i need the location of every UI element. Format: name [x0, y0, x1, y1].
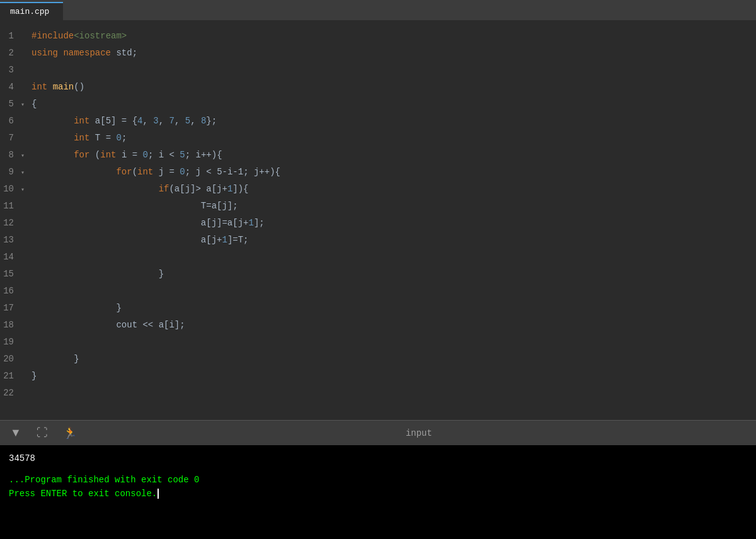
line-number-17: 17 — [0, 300, 29, 317]
code-line-6[interactable]: int a[5] = {4, 3, 7, 5, 8}; — [32, 113, 756, 130]
input-label: input — [89, 428, 748, 438]
line-number-7: 7 — [0, 130, 29, 147]
code-line-5[interactable]: { — [32, 96, 756, 113]
output-area: 34578 ...Program finished with exit code… — [0, 445, 756, 539]
code-line-9[interactable]: for(int j = 0; j < 5-i-1; j++){ — [32, 164, 756, 181]
line-number-13: 13 — [0, 232, 29, 249]
code-line-7[interactable]: int T = 0; — [32, 130, 756, 147]
line-number-22: 22 — [0, 385, 29, 402]
line-number-5: 5▾ — [0, 96, 29, 113]
code-line-19[interactable] — [32, 334, 756, 351]
line-number-20: 20 — [0, 351, 29, 368]
line-number-11: 11 — [0, 198, 29, 215]
output-finish-msg: ...Program finished with exit code 0 — [9, 473, 747, 487]
line-number-21: 21 — [0, 368, 29, 385]
code-line-8[interactable]: for (int i = 0; i < 5; i++){ — [32, 147, 756, 164]
code-line-14[interactable] — [32, 249, 756, 266]
line-number-14: 14 — [0, 249, 29, 266]
line-number-8: 8▾ — [0, 147, 29, 164]
tab-bar: main.cpp — [0, 0, 756, 20]
code-line-17[interactable]: } — [32, 300, 756, 317]
output-exit-msg: Press ENTER to exit console. — [9, 487, 747, 501]
code-line-18[interactable]: cout << a[i]; — [32, 317, 756, 334]
code-line-3[interactable] — [32, 62, 756, 79]
code-line-10[interactable]: if(a[j]> a[j+1]){ — [32, 181, 756, 198]
line-number-19: 19 — [0, 334, 29, 351]
run-button[interactable]: 🏃 — [60, 424, 79, 443]
code-lines-col: #include<iostream>using namespace std;in… — [29, 20, 756, 420]
editor-area: 12345▾678▾9▾10▾111213141516171819202122 … — [0, 20, 756, 420]
code-line-15[interactable]: } — [32, 266, 756, 283]
code-line-21[interactable]: } — [32, 368, 756, 385]
expand-button[interactable]: ⛶ — [34, 424, 50, 442]
line-number-16: 16 — [0, 283, 29, 300]
line-number-12: 12 — [0, 215, 29, 232]
code-line-20[interactable]: } — [32, 351, 756, 368]
code-line-1[interactable]: #include<iostream> — [32, 28, 756, 45]
line-number-3: 3 — [0, 62, 29, 79]
tab-main-cpp[interactable]: main.cpp — [0, 2, 63, 20]
code-line-12[interactable]: a[j]=a[j+1]; — [32, 215, 756, 232]
code-block: 12345▾678▾9▾10▾111213141516171819202122 … — [0, 20, 756, 420]
line-number-6: 6 — [0, 113, 29, 130]
code-line-13[interactable]: a[j+1]=T; — [32, 232, 756, 249]
line-number-9: 9▾ — [0, 164, 29, 181]
code-line-2[interactable]: using namespace std; — [32, 45, 756, 62]
output-result: 34578 — [9, 451, 747, 465]
line-number-1: 1 — [0, 28, 29, 45]
line-number-10: 10▾ — [0, 181, 29, 198]
line-number-2: 2 — [0, 45, 29, 62]
code-line-22[interactable] — [32, 385, 756, 402]
line-number-18: 18 — [0, 317, 29, 334]
down-arrow-button[interactable]: ▼ — [8, 424, 24, 442]
code-line-16[interactable] — [32, 283, 756, 300]
editor-toolbar: ▼ ⛶ 🏃 input — [0, 420, 756, 445]
line-number-4: 4 — [0, 79, 29, 96]
code-line-4[interactable]: int main() — [32, 79, 756, 96]
code-line-11[interactable]: T=a[j]; — [32, 198, 756, 215]
line-number-15: 15 — [0, 266, 29, 283]
line-numbers-col: 12345▾678▾9▾10▾111213141516171819202122 — [0, 20, 29, 420]
